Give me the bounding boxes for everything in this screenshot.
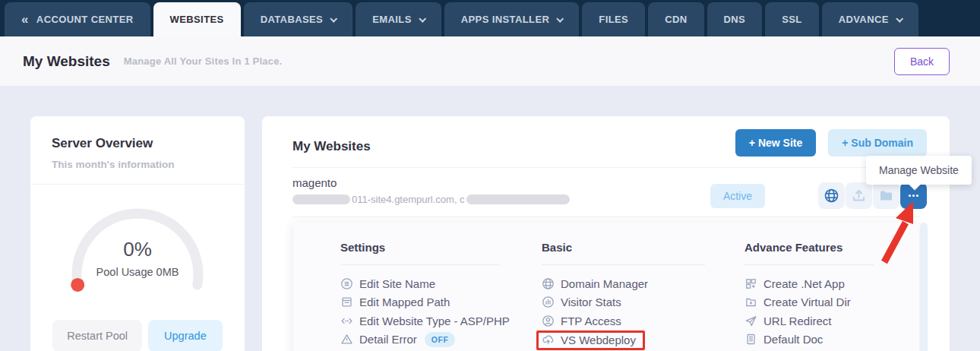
menu-column-header: Advance Features (744, 241, 912, 254)
user-circle-icon (542, 315, 555, 327)
divider (744, 264, 874, 265)
menu-item-url-redirect[interactable]: URL Redirect (744, 311, 912, 330)
nav-tab-cdn[interactable]: CDN (648, 2, 703, 36)
code-arrows-icon (340, 315, 353, 327)
manage-website-menu: Settings Edit Site Name Edit Mapped Path (293, 223, 919, 351)
menu-item-label: FTP Access (561, 315, 621, 327)
my-websites-actions: + New Site + Sub Domain (735, 129, 927, 157)
menu-item-edit-mapped-path[interactable]: Edit Mapped Path (340, 293, 542, 312)
document-icon (744, 333, 757, 346)
nav-tab-label: FILES (599, 14, 628, 25)
nav-tab-label: CDN (665, 14, 687, 25)
chevron-down-icon (419, 15, 426, 23)
menu-item-label: Create .Net App (763, 277, 845, 290)
website-info: magento 011-site4.gtempurl.com, c (292, 174, 570, 205)
mapped-path-icon (340, 296, 353, 308)
redacted-url-part (292, 194, 350, 204)
nav-tab-label: DNS (724, 14, 746, 25)
nav-tab-label: EMAILS (372, 14, 412, 25)
nav-tab-label: DATABASES (261, 14, 324, 25)
cloud-upload-icon (542, 334, 555, 346)
sub-domain-button[interactable]: + Sub Domain (828, 129, 927, 157)
chevron-down-icon (557, 15, 564, 23)
menu-item-visitor-stats[interactable]: Visitor Stats (542, 293, 744, 312)
website-url-text: 011-site4.gtempurl.com, c (352, 194, 465, 205)
grid-plus-icon (744, 277, 757, 290)
back-button[interactable]: Back (894, 48, 950, 75)
folder-button[interactable] (873, 182, 899, 209)
server-overview-card: Server Overview This month's information… (30, 116, 245, 351)
divider (340, 264, 500, 265)
nav-tab-label: WEBSITES (170, 14, 224, 25)
menu-item-label: Edit Site Name (359, 277, 435, 290)
menu-item-label: Visitor Stats (561, 296, 621, 308)
divider (542, 264, 705, 265)
gauge-text: 0% Pool Usage 0MB (63, 238, 212, 278)
nav-tab-ssl[interactable]: SSL (765, 2, 818, 36)
redacted-url-part (466, 194, 570, 204)
nav-tab-databases[interactable]: DATABASES (244, 2, 353, 36)
double-chevron-left-icon: « (21, 13, 29, 26)
page-header: My Websites Manage All Your Sites In 1 P… (0, 36, 980, 86)
page-title: My Websites (23, 53, 110, 70)
publish-button[interactable] (846, 182, 872, 209)
menu-item-vs-webdeploy[interactable]: VS Webdeploy (536, 330, 645, 350)
menu-item-edit-site-name[interactable]: Edit Site Name (340, 274, 542, 293)
stats-icon (542, 296, 555, 308)
menu-item-edit-website-type[interactable]: Edit Website Type - ASP/PHP (340, 311, 542, 330)
website-row: magento 011-site4.gtempurl.com, c Active (262, 168, 950, 209)
nav-tab-label: ADVANCE (839, 14, 889, 25)
gauge-marker-dot (71, 278, 84, 292)
pool-usage-gauge: 0% Pool Usage 0MB (63, 206, 212, 296)
nav-tab-account-center[interactable]: « ACCOUNT CENTER (5, 2, 150, 36)
menu-scrollbar[interactable] (920, 223, 928, 351)
menu-item-label: Detail Error (359, 333, 417, 346)
menu-item-label: Default Doc (763, 333, 823, 346)
server-overview-title: Server Overview (52, 136, 223, 151)
upgrade-button[interactable]: Upgrade (148, 320, 223, 351)
globe-button[interactable] (818, 182, 845, 209)
chevron-down-icon (330, 15, 337, 23)
server-overview-subtitle: This month's information (52, 159, 223, 170)
menu-item-default-doc[interactable]: Default Doc (744, 330, 912, 349)
menu-item-label: Edit Website Type - ASP/PHP (359, 315, 510, 327)
nav-tab-label: SSL (782, 14, 801, 25)
nav-tab-label: APPS INSTALLER (461, 14, 550, 25)
more-actions-icon (906, 188, 922, 204)
menu-item-domain-manager[interactable]: Domain Manager (542, 274, 744, 293)
website-row-actions: Active (710, 182, 927, 209)
restart-pool-button[interactable]: Restart Pool (52, 320, 142, 351)
new-site-button[interactable]: + New Site (735, 129, 816, 157)
server-overview-header: Server Overview This month's information (30, 116, 245, 185)
nav-tab-label: ACCOUNT CENTER (36, 14, 134, 25)
nav-tab-dns[interactable]: DNS (707, 2, 763, 36)
menu-item-label: Create Virtual Dir (763, 296, 851, 308)
divider (292, 217, 920, 217)
page-content: Server Overview This month's information… (0, 86, 980, 351)
nav-tab-apps-installer[interactable]: APPS INSTALLER (444, 2, 580, 36)
menu-column-advance-features: Advance Features Create .Net App Create … (744, 241, 912, 351)
nav-tab-advance[interactable]: ADVANCE (822, 2, 918, 36)
nav-tab-files[interactable]: FILES (582, 2, 645, 36)
status-badge: Active (710, 184, 765, 208)
folder-plus-icon (744, 296, 757, 308)
nav-tab-emails[interactable]: EMAILS (356, 2, 441, 36)
page-subtitle: Manage All Your Sites In 1 Place. (124, 55, 283, 67)
paper-plane-icon (744, 315, 757, 327)
chevron-down-icon (896, 15, 903, 23)
menu-column-header: Settings (340, 241, 542, 254)
pool-percent: 0% (63, 238, 212, 261)
menu-item-create-virtual-dir[interactable]: Create Virtual Dir (744, 293, 912, 312)
nav-tab-websites[interactable]: WEBSITES (153, 2, 241, 36)
menu-item-create-net-app[interactable]: Create .Net App (744, 274, 912, 293)
menu-item-detail-error[interactable]: Detail Error OFF (340, 330, 542, 349)
my-websites-header: My Websites + New Site + Sub Domain (262, 116, 950, 157)
off-badge: OFF (425, 332, 456, 347)
folder-icon (878, 188, 894, 204)
menu-item-ftp-access[interactable]: FTP Access (542, 311, 744, 330)
server-overview-actions: Restart Pool Upgrade (30, 320, 245, 351)
pool-usage-label: Pool Usage 0MB (63, 266, 212, 278)
my-websites-title: My Websites (292, 139, 371, 154)
menu-item-label: Edit Mapped Path (359, 296, 450, 308)
manage-website-tooltip: Manage Website (866, 156, 972, 185)
